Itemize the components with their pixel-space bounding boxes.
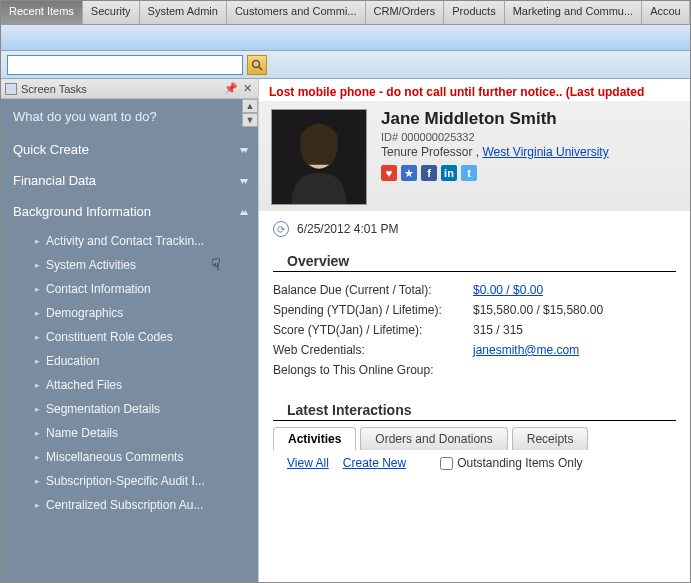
person-id: ID# 000000025332 — [381, 131, 609, 143]
svg-point-0 — [253, 60, 260, 67]
profile-header: Jane Middleton Smith ID# 000000025332 Te… — [259, 101, 690, 211]
heart-icon[interactable]: ♥ — [381, 165, 397, 181]
sidebar-item[interactable]: Subscription-Specific Audit I... — [31, 469, 258, 493]
sidebar-item[interactable]: Constituent Role Codes — [31, 325, 258, 349]
sidebar-window-icon — [5, 83, 17, 95]
sidebar-title: Screen Tasks — [21, 83, 87, 95]
section-background-information[interactable]: Background Information▴▴ — [1, 196, 258, 227]
toolbar — [1, 25, 690, 51]
interactions-heading: Latest Interactions — [273, 398, 676, 421]
search-button[interactable] — [247, 55, 267, 75]
sidebar-item[interactable]: Miscellaneous Comments — [31, 445, 258, 469]
org-link[interactable]: West Virginia University — [482, 145, 608, 159]
overview-link[interactable]: $0.00 / $0.00 — [473, 283, 543, 297]
task-panel: What do you want to do? Quick Create▾▾Fi… — [1, 99, 258, 582]
tab-marketing-and-commu-[interactable]: Marketing and Commu... — [505, 1, 642, 24]
overview-row: Belongs to This Online Group: — [259, 360, 690, 380]
create-new-link[interactable]: Create New — [343, 456, 406, 470]
tab-security[interactable]: Security — [83, 1, 140, 24]
top-tabs: Recent ItemsSecuritySystem AdminCustomer… — [1, 1, 690, 25]
person-name: Jane Middleton Smith — [381, 109, 609, 129]
overview-row: Balance Due (Current / Total):$0.00 / $0… — [259, 280, 690, 300]
itab-orders-and-donations[interactable]: Orders and Donations — [360, 427, 507, 450]
tab-accou[interactable]: Accou — [642, 1, 690, 24]
sidebar-item[interactable]: Activity and Contact Trackin... — [31, 229, 258, 253]
tab-products[interactable]: Products — [444, 1, 504, 24]
person-role: Tenure Professor , West Virginia Univers… — [381, 145, 609, 159]
sidebar-header: Screen Tasks 📌 ✕ — [1, 79, 258, 99]
scroll-down-icon[interactable]: ▼ — [242, 113, 258, 127]
close-icon[interactable]: ✕ — [240, 82, 254, 96]
svg-line-1 — [259, 67, 262, 70]
alert-banner: Lost mobile phone - do not call until fu… — [259, 79, 690, 101]
outstanding-checkbox-input[interactable] — [440, 457, 453, 470]
twitter-icon[interactable]: t — [461, 165, 477, 181]
sidebar-item[interactable]: Contact Information — [31, 277, 258, 301]
refresh-icon[interactable]: ⟳ — [273, 221, 289, 237]
tab-system-admin[interactable]: System Admin — [140, 1, 227, 24]
section-financial-data[interactable]: Financial Data▾▾ — [1, 165, 258, 196]
sidebar-item[interactable]: Attached Files — [31, 373, 258, 397]
linkedin-icon[interactable]: in — [441, 165, 457, 181]
facebook-icon[interactable]: f — [421, 165, 437, 181]
overview-row: Score (YTD(Jan) / Lifetime):315 / 315 — [259, 320, 690, 340]
sidebar: Screen Tasks 📌 ✕ What do you want to do?… — [1, 79, 259, 582]
social-icons: ♥ ★ f in t — [381, 165, 609, 181]
search-bar — [1, 51, 690, 79]
sidebar-item[interactable]: Segmentation Details — [31, 397, 258, 421]
interaction-tabs: ActivitiesOrders and DonationsReceipts — [259, 427, 690, 450]
view-all-link[interactable]: View All — [287, 456, 329, 470]
tab-recent-items[interactable]: Recent Items — [1, 1, 83, 24]
avatar — [271, 109, 367, 205]
scroll-up-icon[interactable]: ▲ — [242, 99, 258, 113]
outstanding-checkbox[interactable]: Outstanding Items Only — [440, 456, 582, 470]
star-icon[interactable]: ★ — [401, 165, 417, 181]
panel-prompt: What do you want to do? — [1, 99, 258, 134]
tab-crm-orders[interactable]: CRM/Orders — [366, 1, 445, 24]
search-input[interactable] — [7, 55, 243, 75]
pin-icon[interactable]: 📌 — [224, 82, 238, 96]
overview-row: Web Credentials:janesmith@me.com — [259, 340, 690, 360]
sidebar-item[interactable]: Demographics — [31, 301, 258, 325]
timestamp: 6/25/2012 4:01 PM — [297, 222, 398, 236]
section-quick-create[interactable]: Quick Create▾▾ — [1, 134, 258, 165]
tab-customers-and-commi-[interactable]: Customers and Commi... — [227, 1, 366, 24]
timestamp-row: ⟳ 6/25/2012 4:01 PM — [259, 211, 690, 243]
content-pane: Lost mobile phone - do not call until fu… — [259, 79, 690, 582]
sidebar-item[interactable]: Education — [31, 349, 258, 373]
overview-row: Spending (YTD(Jan) / Lifetime):$15,580.0… — [259, 300, 690, 320]
interaction-links: View All Create New Outstanding Items On… — [259, 450, 690, 476]
itab-activities[interactable]: Activities — [273, 427, 356, 450]
overview-heading: Overview — [273, 249, 676, 272]
itab-receipts[interactable]: Receipts — [512, 427, 589, 450]
sidebar-item[interactable]: Name Details — [31, 421, 258, 445]
overview-link[interactable]: janesmith@me.com — [473, 343, 579, 357]
sidebar-item[interactable]: Centralized Subscription Au... — [31, 493, 258, 517]
sidebar-item[interactable]: System Activities — [31, 253, 258, 277]
